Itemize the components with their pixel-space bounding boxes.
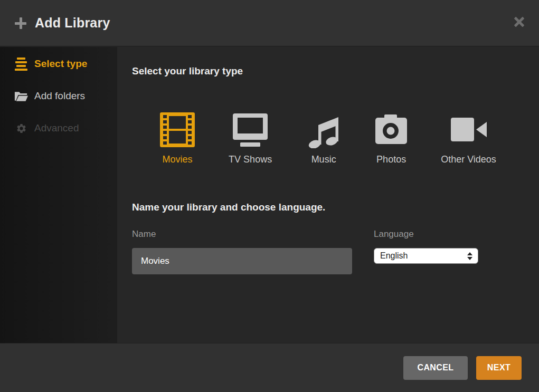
library-type-music[interactable]: Music xyxy=(306,111,342,165)
library-type-label: Music xyxy=(311,154,336,165)
sidebar-item-label: Select type xyxy=(34,58,87,70)
library-type-movies[interactable]: Movies xyxy=(160,111,195,165)
close-icon[interactable] xyxy=(514,16,524,27)
select-type-heading: Select your library type xyxy=(132,65,243,77)
select-stepper-arrows-icon xyxy=(467,252,472,260)
tv-icon xyxy=(232,111,268,149)
film-strip-icon xyxy=(160,111,195,149)
dialog-footer: CANCEL NEXT xyxy=(0,343,539,392)
sidebar-item-add-folders[interactable]: Add folders xyxy=(0,85,117,107)
folder-open-icon xyxy=(14,91,28,102)
library-type-tv-shows[interactable]: TV Shows xyxy=(229,111,272,165)
gear-icon xyxy=(14,123,28,134)
name-field-label: Name xyxy=(132,229,156,240)
sidebar-item-label: Advanced xyxy=(34,122,79,134)
sidebar-item-advanced[interactable]: Advanced xyxy=(0,118,117,139)
library-type-label: TV Shows xyxy=(229,154,272,165)
main-panel: Select your library type xyxy=(117,47,539,343)
library-type-label: Other Videos xyxy=(441,154,496,165)
dialog-title: Add Library xyxy=(35,15,110,31)
list-lines-icon xyxy=(14,58,28,71)
sidebar-item-label: Add folders xyxy=(34,90,85,102)
library-type-photos[interactable]: Photos xyxy=(375,111,407,165)
next-button[interactable]: NEXT xyxy=(476,356,522,380)
library-type-label: Movies xyxy=(163,154,193,165)
language-field-label: Language xyxy=(374,229,414,240)
video-camera-icon xyxy=(451,111,487,149)
dialog-header: Add Library xyxy=(0,0,539,46)
plus-icon xyxy=(15,17,26,29)
language-select-value: English xyxy=(374,251,467,261)
wizard-sidebar: Select type Add folders Advanced xyxy=(0,47,117,343)
library-type-row: Movies TV Shows xyxy=(117,111,539,165)
library-type-label: Photos xyxy=(376,154,406,165)
cancel-button[interactable]: CANCEL xyxy=(403,356,468,380)
camera-icon xyxy=(375,111,407,149)
library-name-input[interactable] xyxy=(132,248,352,274)
library-type-other-videos[interactable]: Other Videos xyxy=(441,111,496,165)
language-select[interactable]: English xyxy=(374,248,478,264)
name-language-heading: Name your library and choose language. xyxy=(132,202,325,213)
music-note-icon xyxy=(306,111,342,149)
sidebar-item-select-type[interactable]: Select type xyxy=(0,53,117,74)
